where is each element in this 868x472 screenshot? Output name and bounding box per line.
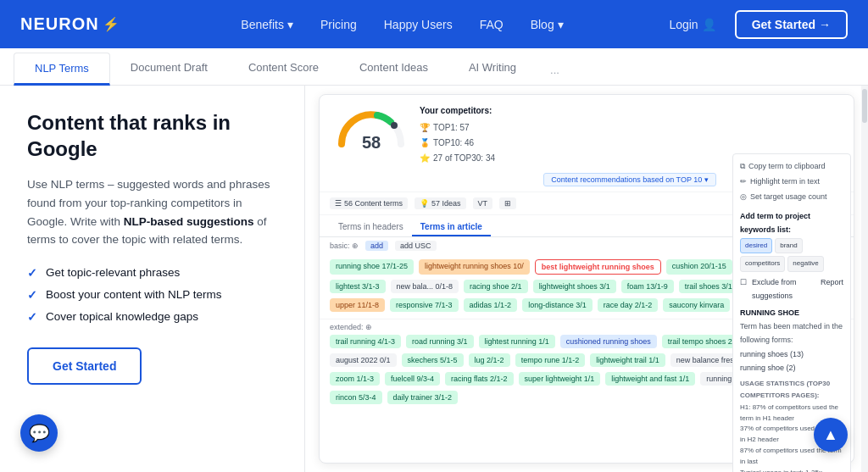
term-chip[interactable]: lightweight shoes 3/1 bbox=[533, 280, 616, 293]
score-value: 58 bbox=[362, 133, 381, 153]
scroll-top-button[interactable]: ▲ bbox=[814, 418, 848, 452]
scrollbar[interactable] bbox=[861, 86, 868, 472]
tabs-bar: NLP Terms Document Draft Content Score C… bbox=[0, 48, 868, 86]
chevron-down-icon: ▾ bbox=[287, 18, 293, 31]
term-chip[interactable]: saucony kinvara bbox=[663, 298, 730, 312]
term-chip[interactable]: lightweight running shoes 10/ bbox=[419, 259, 530, 275]
chip-negative[interactable]: negative bbox=[787, 256, 823, 271]
copy-icon: ⧉ bbox=[740, 159, 745, 173]
term-chip[interactable]: super lightweight 1/1 bbox=[519, 372, 601, 386]
term-chip[interactable]: cushioned running shoes bbox=[560, 335, 657, 348]
chip-brand[interactable]: brand bbox=[775, 238, 802, 253]
left-panel: Content that ranks in Google Use NLP ter… bbox=[0, 86, 305, 472]
exclude-checkbox[interactable]: ☐ bbox=[740, 275, 747, 303]
nav-happy-users[interactable]: Happy Users bbox=[372, 13, 465, 36]
add-usc-btn[interactable]: add USC bbox=[395, 241, 437, 251]
ideas-badge[interactable]: 💡 57 Ideas bbox=[415, 197, 466, 209]
sub-tab-headers[interactable]: Terms in headers bbox=[330, 219, 412, 236]
list-item: ✓ Boost your content with NLP terms bbox=[27, 288, 277, 302]
term-chip[interactable]: long-distance 3/1 bbox=[522, 298, 593, 312]
term-chip[interactable]: tempo rune 1/1-2 bbox=[515, 353, 586, 367]
user-icon: 👤 bbox=[702, 18, 716, 31]
term-chip[interactable]: road running 3/1 bbox=[406, 335, 474, 348]
term-chip[interactable]: running shoe 17/1-25 bbox=[330, 259, 414, 275]
cta-button[interactable]: Get Started bbox=[27, 347, 142, 385]
lightbulb-icon: 💡 bbox=[420, 199, 429, 208]
term-chip[interactable]: adidas 1/1-2 bbox=[464, 298, 518, 312]
score-meter: 58 bbox=[333, 103, 409, 153]
get-started-button[interactable]: Get Started → bbox=[735, 10, 848, 39]
content-terms-badge: ☰ 56 Content terms bbox=[330, 197, 408, 209]
highlight-icon: ✏ bbox=[740, 175, 747, 188]
feature-list: ✓ Get topic-relevant phrases ✓ Boost you… bbox=[27, 266, 277, 324]
term-chip[interactable]: fuelcell 9/3-4 bbox=[385, 372, 440, 386]
check-icon: ✓ bbox=[27, 310, 37, 324]
highlight-ctrl[interactable]: ✏ Highlight term in text bbox=[740, 175, 843, 188]
running-shoe-title: RUNNING SHOE bbox=[740, 306, 843, 319]
term-chip[interactable]: lightweight trail 1/1 bbox=[590, 353, 665, 367]
term-chip[interactable]: cushion 20/1-15 bbox=[666, 259, 732, 275]
tab-more[interactable]: ... bbox=[537, 55, 573, 85]
term-chip[interactable]: foam 13/1-9 bbox=[621, 280, 674, 293]
term-chip[interactable]: racing shoe 2/1 bbox=[464, 280, 528, 293]
recommendations-bar[interactable]: Content recommendations based on TOP 10 … bbox=[543, 173, 716, 186]
term-chip[interactable]: trail running 4/1-3 bbox=[330, 335, 401, 348]
tab-ai-writing[interactable]: AI Writing bbox=[448, 53, 537, 85]
nav-faq[interactable]: FAQ bbox=[468, 13, 515, 36]
term-chip[interactable]: new bala... 0/1-8 bbox=[391, 280, 459, 293]
nav-blog[interactable]: Blog ▾ bbox=[519, 13, 576, 36]
term-chip[interactable]: best lightweight running shoes bbox=[535, 259, 661, 275]
nav-links: Benefits ▾ Pricing Happy Users FAQ Blog … bbox=[147, 13, 658, 36]
running-shoe-form-0: running shoes (13) bbox=[740, 347, 843, 361]
tab-nlp-terms[interactable]: NLP Terms bbox=[14, 53, 110, 86]
term-chip[interactable]: lug 2/1-2 bbox=[469, 353, 510, 367]
chat-button[interactable]: 💬 bbox=[20, 414, 58, 452]
copy-ctrl[interactable]: ⧉ Copy term to clipboard bbox=[740, 159, 843, 173]
right-panel: 58 Your competitors: 🏆 TOP1: 57 🏅 TOP10:… bbox=[305, 86, 868, 472]
term-chip[interactable]: responsive 7/1-3 bbox=[390, 298, 459, 312]
chip-competitors[interactable]: competitors bbox=[740, 256, 785, 271]
chip-desired[interactable]: desired bbox=[740, 238, 772, 253]
comp-row: 🏆 TOP1: 57 bbox=[420, 120, 840, 136]
term-chip[interactable]: skechers 5/1-5 bbox=[402, 353, 464, 367]
nav-pricing[interactable]: Pricing bbox=[309, 13, 369, 36]
add-btn[interactable]: add bbox=[365, 241, 388, 251]
term-chip[interactable]: upper 11/1-8 bbox=[330, 298, 385, 312]
navbar: NEURON ⚡ Benefits ▾ Pricing Happy Users … bbox=[0, 0, 868, 48]
logo-icon: ⚡ bbox=[103, 16, 120, 32]
term-chip[interactable]: lightest running 1/1 bbox=[479, 335, 555, 348]
chat-icon: 💬 bbox=[29, 423, 50, 443]
check-icon: ✓ bbox=[27, 288, 37, 302]
tab-content-score[interactable]: Content Score bbox=[228, 53, 339, 85]
keyword-chips: desired brand competitors negative bbox=[740, 238, 843, 272]
scrollbar-thumb bbox=[862, 89, 867, 123]
medal-icon: 🏅 bbox=[420, 136, 430, 151]
tab-content-ideas[interactable]: Content Ideas bbox=[339, 53, 448, 85]
sub-tab-article[interactable]: Terms in article bbox=[412, 219, 491, 236]
tab-document-draft[interactable]: Document Draft bbox=[110, 53, 228, 85]
list-item: ✓ Get topic-relevant phrases bbox=[27, 266, 277, 280]
main-heading: Content that ranks in Google bbox=[27, 109, 277, 162]
term-chip[interactable]: lightest 3/1-3 bbox=[330, 280, 386, 293]
term-chip[interactable]: zoom 1/1-3 bbox=[330, 372, 380, 386]
exclude-row: ☐ Exclude from suggestions Report bbox=[740, 275, 843, 303]
star-icon: ⭐ bbox=[420, 151, 430, 166]
term-chip[interactable]: august 2022 0/1 bbox=[330, 353, 397, 367]
svg-point-0 bbox=[391, 122, 398, 129]
login-button[interactable]: Login 👤 bbox=[657, 13, 727, 36]
nav-benefits[interactable]: Benefits ▾ bbox=[229, 13, 305, 36]
list-icon: ☰ bbox=[335, 199, 342, 208]
check-icon: ✓ bbox=[27, 266, 37, 280]
target-icon: ◎ bbox=[740, 190, 747, 203]
term-chip[interactable]: daily trainer 3/1-2 bbox=[387, 391, 459, 404]
term-chip[interactable]: rincon 5/3-4 bbox=[330, 391, 382, 404]
term-chip[interactable]: racing flats 2/1-2 bbox=[445, 372, 514, 386]
term-chip[interactable]: race day 2/1-2 bbox=[598, 298, 659, 312]
vt-badge[interactable]: VT bbox=[473, 197, 493, 209]
grid-badge[interactable]: ⊞ bbox=[499, 197, 516, 209]
target-ctrl[interactable]: ◎ Set target usage count bbox=[740, 190, 843, 203]
brand-logo[interactable]: NEURON ⚡ bbox=[20, 14, 120, 34]
description: Use NLP terms – suggested words and phra… bbox=[27, 175, 277, 248]
running-shoe-form-1: running shoe (2) bbox=[740, 361, 843, 375]
term-chip[interactable]: lightweight and fast 1/1 bbox=[605, 372, 695, 386]
